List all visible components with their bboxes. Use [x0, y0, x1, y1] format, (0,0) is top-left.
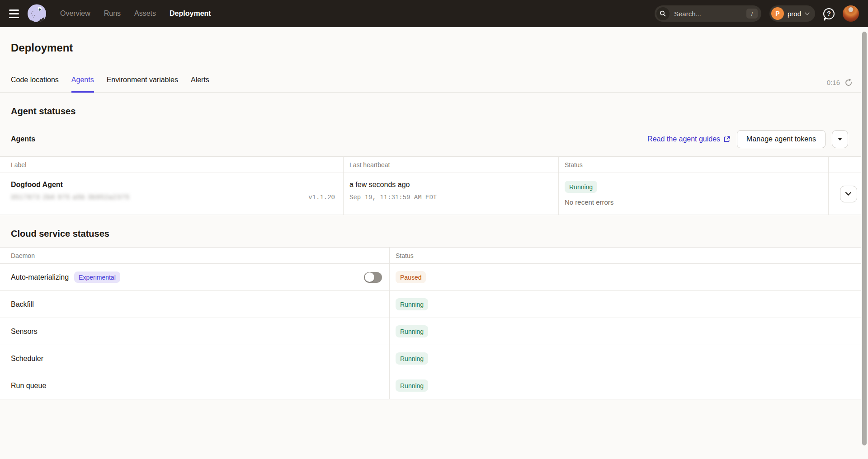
chevron-down-icon — [805, 12, 810, 15]
agents-col-heartbeat: Last heartbeat — [344, 157, 559, 173]
heartbeat-relative: a few seconds ago — [349, 181, 558, 189]
agent-guides-link-label: Read the agent guides — [647, 135, 720, 143]
dagster-logo-icon[interactable] — [26, 3, 47, 24]
nav-item-overview[interactable]: Overview — [60, 9, 90, 18]
status-badge: Running — [396, 352, 428, 365]
daemon-status-cell: Running — [390, 291, 868, 318]
daemon-name: Backfill — [11, 300, 34, 309]
daemon-cell: Run queue — [0, 372, 390, 399]
nav-item-assets[interactable]: Assets — [134, 9, 156, 18]
tab-agents[interactable]: Agents — [71, 65, 94, 92]
search-input[interactable] — [674, 10, 746, 18]
refresh-countdown: 0:16 — [827, 79, 840, 86]
page-title: Deployment — [11, 42, 868, 54]
agent-version: v1.1.20 — [308, 194, 335, 201]
daemon-cell: Auto-materializing Experimental — [0, 264, 390, 291]
agent-status-note: No recent errors — [565, 198, 828, 206]
daemon-cell: Scheduler — [0, 345, 390, 372]
agents-table: Label Last heartbeat Status Dogfood Agen… — [0, 156, 868, 215]
agent-expand-button[interactable] — [840, 186, 857, 202]
cloud-services-table: Daemon Status Auto-materializing Experim… — [0, 247, 868, 399]
cloud-col-status: Status — [390, 248, 868, 264]
deployment-tab-bar: Code locations Agents Environment variab… — [0, 65, 868, 93]
agent-label-cell: Dogfood Agent 3517873 2b6 975 a5b 3b952a… — [0, 173, 344, 215]
daemon-status-cell: Running — [390, 318, 868, 345]
scrollbar-thumb[interactable] — [862, 32, 867, 445]
status-badge: Running — [396, 325, 428, 337]
daemon-status-cell: Paused — [390, 264, 868, 291]
navbar-right-group: / P prod ? — [655, 5, 859, 22]
search-box[interactable]: / — [655, 5, 761, 22]
search-icon — [656, 7, 670, 20]
agent-name: Dogfood Agent — [11, 181, 343, 189]
daemon-name: Run queue — [11, 382, 46, 390]
daemon-name: Auto-materializing — [11, 273, 69, 281]
auto-materializing-toggle[interactable] — [364, 272, 382, 283]
daemon-name: Scheduler — [11, 355, 43, 363]
chevron-down-icon — [845, 192, 851, 196]
agents-subheading: Agents — [11, 135, 35, 143]
cloud-service-statuses-heading: Cloud service statuses — [11, 229, 857, 239]
toggle-knob — [365, 272, 374, 282]
agent-status-cell: Running No recent errors — [559, 173, 829, 215]
experimental-tag: Experimental — [74, 272, 120, 283]
primary-nav: Overview Runs Assets Deployment — [60, 9, 211, 18]
tab-environment-variables[interactable]: Environment variables — [107, 65, 178, 92]
daemon-status-cell: Running — [390, 372, 868, 399]
org-initial-badge: P — [771, 7, 784, 20]
nav-item-runs[interactable]: Runs — [104, 9, 121, 18]
agent-id-masked: 3517873 2b6 975 a5b 3b952a2375 — [11, 193, 130, 201]
status-badge: Running — [396, 379, 428, 392]
tab-alerts[interactable]: Alerts — [191, 65, 209, 92]
user-avatar[interactable] — [843, 5, 859, 22]
daemon-cell: Sensors — [0, 318, 390, 345]
agents-toolbar: Agents Read the agent guides Manage agen… — [11, 130, 848, 148]
hamburger-menu-icon[interactable] — [9, 8, 21, 19]
status-badge: Running — [396, 298, 428, 310]
daemon-status-cell: Running — [390, 345, 868, 372]
daemon-name: Sensors — [11, 328, 38, 336]
nav-item-deployment[interactable]: Deployment — [170, 9, 211, 18]
status-badge: Running — [565, 181, 597, 193]
help-question-glyph: ? — [827, 10, 831, 17]
top-navbar: Overview Runs Assets Deployment / P prod… — [0, 0, 868, 27]
heartbeat-timestamp: Sep 19, 11:31:59 AM EDT — [349, 194, 558, 201]
daemon-cell: Backfill — [0, 291, 390, 318]
caret-down-icon — [838, 138, 842, 141]
agents-col-status: Status — [559, 157, 829, 173]
search-shortcut-key: / — [746, 9, 758, 19]
agent-statuses-heading: Agent statuses — [11, 106, 857, 117]
agents-more-actions-button[interactable] — [832, 130, 848, 148]
help-icon[interactable]: ? — [823, 8, 835, 19]
tab-code-locations[interactable]: Code locations — [11, 65, 59, 92]
cloud-col-daemon: Daemon — [0, 248, 390, 264]
org-name: prod — [788, 10, 801, 18]
agent-heartbeat-cell: a few seconds ago Sep 19, 11:31:59 AM ED… — [344, 173, 559, 215]
manage-agent-tokens-button[interactable]: Manage agent tokens — [737, 130, 826, 148]
agent-guides-link[interactable]: Read the agent guides — [647, 135, 731, 143]
agents-col-label: Label — [0, 157, 344, 173]
vertical-scrollbar[interactable] — [861, 27, 868, 459]
external-link-icon — [723, 136, 731, 143]
org-switcher[interactable]: P prod — [769, 5, 815, 22]
refresh-icon[interactable] — [844, 78, 853, 87]
status-badge: Paused — [396, 271, 426, 283]
